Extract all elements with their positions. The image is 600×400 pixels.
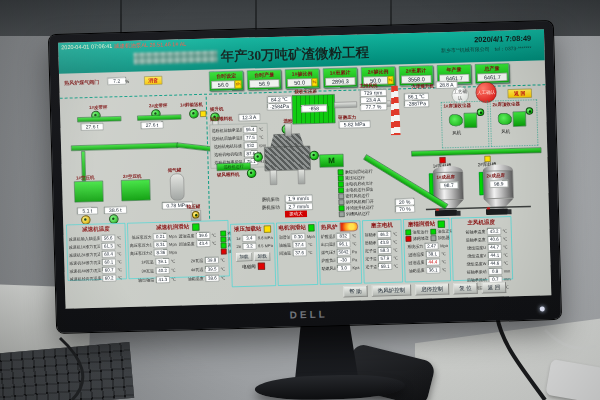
dust-fan-motor[interactable] bbox=[477, 108, 485, 116]
fan-label: 风机 bbox=[452, 130, 461, 135]
vibration-2-value: 2.7 mm/s bbox=[285, 202, 313, 210]
dust-fan-motor[interactable] bbox=[526, 107, 534, 115]
fan-icon bbox=[449, 114, 463, 126]
silo-elevator-current: 28.8 A bbox=[435, 81, 457, 89]
fan-label: 风机 bbox=[501, 129, 510, 134]
table-row: 3#瓦温40.2℃ bbox=[130, 267, 178, 275]
table-row: 系统压力2.47Mpa bbox=[406, 242, 448, 250]
damper-open-2: 70 % bbox=[395, 205, 415, 213]
main-fan-percent: 77.7 % bbox=[360, 103, 387, 111]
table-row: 炉膛温度832℃ bbox=[321, 232, 359, 240]
vibration-alarm: 振动大 bbox=[285, 210, 307, 217]
table-row: 高压泵压力18.31Mpa bbox=[130, 241, 177, 249]
elevator-label: 提升机 bbox=[210, 106, 224, 111]
power-led[interactable] bbox=[540, 306, 545, 311]
table-row: 高压泵压力28.36Mpa bbox=[130, 249, 177, 257]
bulk-truck bbox=[486, 208, 508, 215]
fan-icon bbox=[498, 113, 512, 125]
gas-valve-unit: % bbox=[125, 79, 129, 84]
table-row: 油箱温度37.4℃ bbox=[279, 241, 315, 249]
mill-right-motor[interactable] bbox=[309, 151, 319, 161]
kpi-box: 台时产量56.9 bbox=[247, 70, 282, 90]
load-button[interactable]: 加载 bbox=[236, 253, 252, 262]
legend-row: 滤网堵塞 bbox=[406, 236, 429, 242]
footer-button[interactable]: 复 位 bbox=[453, 282, 478, 294]
dust-collector-2: 2#库顶收尘器 风机 bbox=[490, 100, 538, 147]
duct bbox=[334, 102, 357, 109]
panel-gearbox-lube: 减速机润滑站 低压泵压力0.21Mpa高压泵压力18.31Mpa高压泵压力28.… bbox=[127, 220, 230, 279]
table-row: 输出轴温41.3℃ bbox=[131, 276, 179, 284]
silo-2: 2#成品库 98.9 bbox=[483, 164, 514, 210]
vibration-1-value: 1.9 mm/s bbox=[284, 194, 312, 202]
table-row: 炉膛负压-30Pa bbox=[321, 256, 359, 264]
compressor-2-label: 2#空压机 bbox=[123, 174, 142, 180]
table-row: 回油温度44.4℃ bbox=[406, 258, 448, 266]
status-square bbox=[200, 111, 206, 117]
table-row: 1#瓦温39.1℃ bbox=[130, 258, 178, 266]
main-motor-box[interactable]: M bbox=[319, 154, 343, 168]
dust-collector-2-label: 2#库顶收尘器 bbox=[492, 101, 520, 107]
mute-button[interactable]: 消音 bbox=[144, 76, 162, 85]
footer-button[interactable]: 热风炉控制 bbox=[372, 284, 412, 297]
panel-title: 电机润滑站 bbox=[278, 224, 306, 233]
panel-hydraulic: 液压加载站 1#3.48.8 MPa2#3.28.5 MPa 加载 卸载 电磁阀 bbox=[230, 223, 276, 287]
table-row: 助燃风压3.0Kpa bbox=[321, 264, 359, 272]
footer-button-bar: 帮 助热风炉控制启停控制复 位返 回 bbox=[343, 281, 506, 297]
table-row: 减速机径向瓦温度60.2℃ bbox=[70, 274, 125, 283]
silo-2-level-bar bbox=[479, 172, 484, 195]
belt-conveyor bbox=[137, 114, 181, 120]
incline-conveyor-label: 1#斜输送机 bbox=[180, 102, 203, 108]
mill-body[interactable] bbox=[264, 146, 311, 171]
duct-right-pressure: -2887Pa bbox=[404, 100, 429, 108]
belt-scale-2-label: 2#皮带秤 bbox=[149, 103, 168, 109]
rotary-feeder-value: 12.3 A bbox=[238, 113, 260, 121]
bag-filter-label: 袋收尘压差 bbox=[295, 89, 318, 95]
silo-2-label: 2#成品库 bbox=[486, 173, 505, 179]
kpi-box: 总产量6461.7 bbox=[475, 63, 510, 83]
unload-button[interactable]: 卸载 bbox=[254, 252, 270, 261]
footer-button[interactable]: 帮 助 bbox=[343, 285, 368, 297]
compressor-2[interactable] bbox=[121, 179, 151, 201]
air-tank bbox=[170, 173, 185, 200]
status-indicator bbox=[192, 223, 199, 230]
panel-mill-motor: 磨主电机 前轴承温度46.2℃后轴承温度43.8℃定子温度U58.3℃定子温度V… bbox=[362, 219, 403, 283]
panel-title: 主风机温度 bbox=[453, 218, 509, 228]
gas-valve-label: 热风炉煤气阀门 bbox=[64, 80, 99, 86]
silo-2-level: 98.9 bbox=[489, 180, 508, 188]
silo-1-label: 1#成品库 bbox=[436, 174, 455, 180]
footer-button[interactable]: 启停控制 bbox=[415, 283, 449, 295]
table-row: 出口温度96.1℃ bbox=[321, 240, 359, 248]
table-row: 回油温度43.4℃ bbox=[179, 239, 219, 247]
legend-row: 油位正常 bbox=[430, 228, 453, 234]
datetime: 2020/4/1 7:08:49 bbox=[474, 34, 531, 44]
table-row: 进油温度38.1℃ bbox=[406, 250, 448, 258]
belt-scale-1-label: 1#皮带秤 bbox=[89, 105, 108, 111]
feeder-label: 锁风喂料机 bbox=[217, 172, 240, 178]
dust-filter-box bbox=[464, 113, 477, 128]
panel-roller-lube: 磨辊润滑站 油泵运行油位正常滤网堵塞加热器 系统压力2.47Mpa进油温度38.… bbox=[403, 218, 451, 282]
panel-title: 液压加载站 bbox=[234, 225, 262, 234]
status-indicator bbox=[264, 225, 271, 232]
panel-gearbox-temp: 减速机温度 减速机输入轴温度56.6℃减速机1#推力瓦温度61.3℃减速机2#推… bbox=[66, 223, 127, 281]
rotary-feeder-label: 回转喂料机 bbox=[210, 116, 233, 122]
footer-button[interactable]: 返 回 bbox=[482, 281, 507, 293]
compressor-1[interactable] bbox=[74, 181, 104, 203]
gas-valve-value: 7.2 bbox=[107, 77, 126, 85]
grinding-pressure-value: 5.82 MPa bbox=[338, 120, 370, 128]
grinding-pressure-label: 研磨压力 bbox=[338, 115, 356, 121]
table-row: 前轴承温度46.2℃ bbox=[365, 230, 400, 238]
back-button[interactable]: 返 回 bbox=[508, 89, 532, 99]
silo-top-conveyor bbox=[411, 147, 541, 156]
table-row: 回油温度37.6℃ bbox=[279, 249, 315, 257]
scada-screen: 2020-04-01 07:06:41 减速机油泵AL 26.51.46 1# … bbox=[58, 29, 551, 308]
monitor-stand bbox=[293, 323, 359, 383]
belt-scale-2-value: 27.6 t bbox=[140, 121, 163, 129]
photo-scene: 2020-04-01 07:06:41 减速机油泵AL 26.51.46 1# … bbox=[0, 0, 600, 400]
company-line: 新乡市**机械有限公司 tel：0373-******* bbox=[441, 45, 532, 55]
silo-elevator-label: 入库提升机 bbox=[411, 83, 434, 89]
bulk-truck bbox=[435, 210, 457, 217]
panel-title: 热风炉 bbox=[321, 223, 338, 232]
feeder-motor[interactable] bbox=[247, 168, 257, 178]
incline-conveyor-motor[interactable] bbox=[189, 109, 199, 119]
bin-1-value: 5.1 t bbox=[77, 207, 98, 215]
